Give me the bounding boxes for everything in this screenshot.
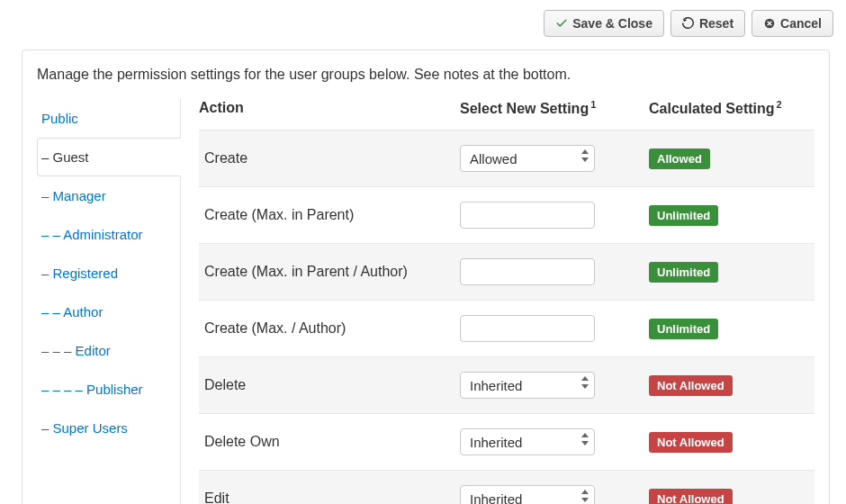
calc-cell: Not Allowed: [649, 375, 814, 396]
setting-cell: Inherited: [460, 372, 649, 399]
check-icon: [555, 17, 568, 30]
setting-input[interactable]: [460, 202, 595, 229]
setting-select[interactable]: Inherited: [460, 485, 595, 504]
action-label: Create (Max. in Parent / Author): [199, 264, 460, 280]
calc-cell: Unlimited: [649, 319, 814, 339]
content: Public– Guest– Manager– – Administrator–…: [37, 99, 814, 504]
header-calc-text: Calculated Setting: [649, 101, 775, 116]
action-label: Create (Max. in Parent): [199, 207, 460, 223]
cancel-label: Cancel: [780, 16, 822, 31]
save-close-button[interactable]: Save & Close: [544, 10, 664, 37]
toolbar: Save & Close Reset Cancel: [0, 0, 846, 37]
calc-cell: Not Allowed: [649, 489, 814, 504]
header-action: Action: [199, 100, 460, 116]
header-setting: Select New Setting1: [460, 99, 649, 117]
sidebar-item-5[interactable]: – – Author: [37, 292, 181, 331]
permission-row: Delete OwnInheritedNot Allowed: [199, 413, 814, 470]
status-badge: Allowed: [649, 148, 710, 169]
permission-row: Create (Max. in Parent)Unlimited: [199, 186, 814, 243]
sidebar-item-8[interactable]: – Super Users: [37, 409, 181, 447]
cancel-button[interactable]: Cancel: [752, 10, 833, 37]
reset-icon: [682, 17, 695, 30]
permissions-panel: Manage the permission settings for the u…: [22, 50, 830, 504]
status-badge: Not Allowed: [649, 432, 733, 453]
sidebar-item-7[interactable]: – – – – Publisher: [37, 370, 181, 409]
setting-cell: Inherited: [460, 428, 649, 455]
calc-cell: Unlimited: [649, 262, 814, 283]
chevron-updown-icon: [581, 376, 589, 389]
setting-cell: Inherited: [460, 485, 649, 504]
sidebar-item-6[interactable]: – – – Editor: [37, 331, 181, 370]
save-close-label: Save & Close: [572, 16, 652, 31]
status-badge: Unlimited: [649, 319, 718, 339]
sidebar-item-2[interactable]: – Manager: [37, 176, 181, 215]
setting-select-value: Inherited: [470, 491, 522, 504]
header-calc-sup: 2: [777, 99, 782, 110]
permission-row: EditInheritedNot Allowed: [199, 470, 814, 504]
status-badge: Not Allowed: [649, 375, 733, 396]
permission-row: Create (Max. / Author)Unlimited: [199, 300, 814, 356]
chevron-updown-icon: [581, 490, 589, 502]
reset-label: Reset: [699, 16, 734, 31]
setting-cell: [460, 258, 649, 285]
setting-cell: [460, 315, 649, 342]
setting-select[interactable]: Inherited: [460, 372, 595, 399]
setting-input[interactable]: [460, 258, 595, 285]
action-label: Create: [199, 150, 460, 166]
sidebar-item-3[interactable]: – – Administrator: [37, 215, 181, 254]
status-badge: Unlimited: [649, 262, 718, 283]
cancel-icon: [763, 17, 776, 30]
setting-select-value: Inherited: [470, 435, 522, 450]
action-label: Edit: [199, 490, 460, 504]
action-label: Delete: [199, 377, 460, 393]
header-setting-sup: 1: [590, 99, 596, 110]
setting-select-value: Inherited: [470, 378, 522, 393]
calc-cell: Not Allowed: [649, 432, 814, 453]
reset-button[interactable]: Reset: [670, 10, 745, 37]
status-badge: Not Allowed: [649, 489, 733, 504]
permissions-grid: Action Select New Setting1 Calculated Se…: [181, 99, 814, 504]
setting-select[interactable]: Inherited: [460, 428, 595, 455]
setting-cell: [460, 202, 649, 229]
header-row: Action Select New Setting1 Calculated Se…: [199, 99, 814, 130]
setting-input[interactable]: [460, 315, 595, 342]
usergroup-sidebar: Public– Guest– Manager– – Administrator–…: [37, 99, 181, 504]
calc-cell: Unlimited: [649, 205, 814, 226]
sidebar-item-1[interactable]: – Guest: [37, 138, 181, 176]
permission-row: Create (Max. in Parent / Author)Unlimite…: [199, 243, 814, 300]
setting-select-value: Allowed: [470, 151, 518, 166]
chevron-updown-icon: [581, 433, 589, 446]
permission-row: DeleteInheritedNot Allowed: [199, 356, 814, 413]
action-label: Delete Own: [199, 434, 460, 450]
intro-text: Manage the permission settings for the u…: [37, 67, 814, 83]
sidebar-item-0[interactable]: Public: [37, 99, 181, 138]
calc-cell: Allowed: [649, 148, 814, 169]
status-badge: Unlimited: [649, 205, 718, 226]
sidebar-item-4[interactable]: – Registered: [37, 254, 181, 292]
action-label: Create (Max. / Author): [199, 320, 460, 337]
header-setting-text: Select New Setting: [460, 101, 589, 116]
setting-cell: Allowed: [460, 145, 649, 172]
permission-row: CreateAllowedAllowed: [199, 130, 814, 186]
setting-select[interactable]: Allowed: [460, 145, 595, 172]
chevron-updown-icon: [581, 149, 589, 162]
header-calc: Calculated Setting2: [649, 99, 814, 117]
